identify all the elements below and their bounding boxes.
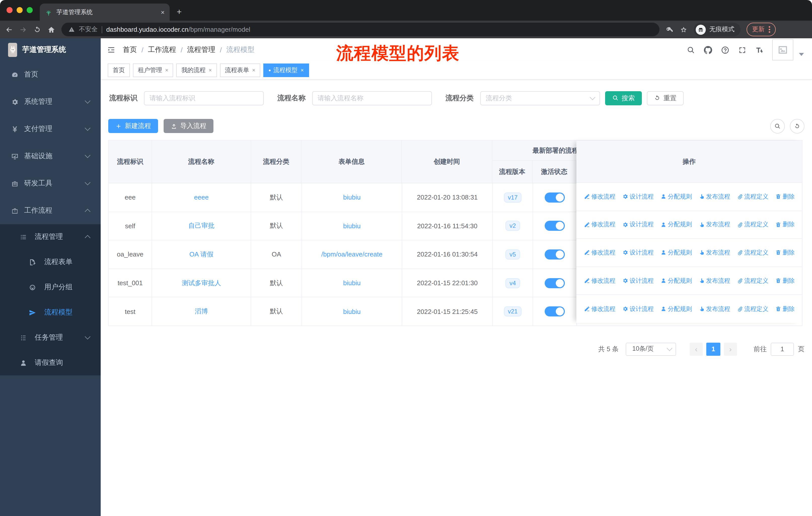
active-toggle[interactable]: [545, 221, 565, 231]
sidebar-item-process-management[interactable]: 流程管理: [0, 224, 101, 249]
sidebar-fold-icon[interactable]: [107, 45, 116, 54]
tag-home[interactable]: 首页: [108, 63, 130, 77]
update-button[interactable]: 更新: [747, 23, 776, 36]
breadcrumb-home[interactable]: 首页: [123, 45, 137, 54]
model-name-link[interactable]: 自己审批: [188, 221, 214, 230]
form-info-link[interactable]: /bpm/oa/leave/create: [321, 251, 383, 258]
edit-model-link[interactable]: 修改流程: [584, 248, 615, 257]
address-bar[interactable]: 不安全 dashboard.yudao.iocoder.cn/bpm/manag…: [61, 23, 660, 36]
process-category-select[interactable]: 流程分类: [480, 91, 600, 105]
assign-rule-link[interactable]: 分配规则: [660, 305, 692, 313]
process-definition-link[interactable]: 流程定义: [737, 305, 768, 313]
new-tab-button[interactable]: +: [177, 7, 182, 17]
edit-model-link[interactable]: 修改流程: [584, 305, 615, 313]
edit-model-link[interactable]: 修改流程: [584, 220, 615, 229]
assign-rule-link[interactable]: 分配规则: [660, 276, 692, 285]
sidebar-item-process-model[interactable]: 流程模型: [0, 300, 101, 325]
fullscreen-icon[interactable]: [738, 45, 747, 55]
close-icon[interactable]: ×: [300, 67, 304, 73]
process-name-input[interactable]: [312, 91, 432, 105]
delete-link[interactable]: 删除: [775, 248, 794, 257]
forward-icon[interactable]: [19, 25, 27, 33]
back-icon[interactable]: [5, 25, 13, 33]
process-definition-link[interactable]: 流程定义: [737, 248, 768, 257]
reload-icon[interactable]: [33, 25, 41, 33]
publish-model-link[interactable]: 发布流程: [698, 192, 730, 201]
tag-my-process[interactable]: 我的流程×: [176, 63, 217, 77]
sidebar-item-devtools[interactable]: 研发工具: [0, 170, 101, 197]
close-window-button[interactable]: [6, 7, 12, 13]
show-search-button[interactable]: [770, 119, 785, 133]
menu-dots-icon[interactable]: [769, 26, 770, 33]
assign-rule-link[interactable]: 分配规则: [660, 220, 692, 229]
current-page-button[interactable]: 1: [706, 343, 720, 356]
edit-model-link[interactable]: 修改流程: [584, 276, 615, 285]
avatar[interactable]: [772, 39, 793, 60]
tag-process-form[interactable]: 流程表单×: [220, 63, 261, 77]
search-button[interactable]: 搜索: [605, 91, 642, 105]
model-name-link[interactable]: 滔博: [195, 307, 208, 316]
delete-link[interactable]: 删除: [775, 192, 794, 201]
active-toggle[interactable]: [545, 192, 565, 202]
zoom-window-button[interactable]: [27, 7, 33, 13]
next-page-button[interactable]: ›: [724, 343, 737, 356]
sidebar-item-leave-query[interactable]: 请假查询: [0, 350, 101, 375]
active-toggle[interactable]: [545, 249, 565, 260]
form-info-link[interactable]: biubiu: [343, 194, 360, 201]
design-model-link[interactable]: 设计流程: [622, 305, 654, 313]
import-process-button[interactable]: 导入流程: [164, 119, 213, 133]
minimize-window-button[interactable]: [17, 7, 23, 13]
sidebar-item-infrastructure[interactable]: 基础设施: [0, 143, 101, 170]
prev-page-button[interactable]: ‹: [690, 343, 703, 356]
search-icon[interactable]: [687, 45, 695, 55]
create-process-button[interactable]: 新建流程: [108, 119, 158, 133]
design-model-link[interactable]: 设计流程: [622, 192, 654, 201]
browser-tab[interactable]: 芋道管理系统 ×: [40, 3, 170, 21]
caret-down-icon[interactable]: [799, 53, 804, 56]
goto-page-input[interactable]: [771, 343, 794, 356]
sidebar-item-workflow[interactable]: 工作流程: [0, 197, 101, 224]
close-icon[interactable]: ×: [252, 67, 256, 73]
help-icon[interactable]: [721, 45, 729, 55]
design-model-link[interactable]: 设计流程: [622, 220, 654, 229]
key-icon[interactable]: [666, 25, 673, 33]
font-size-icon[interactable]: [755, 45, 764, 55]
process-definition-link[interactable]: 流程定义: [737, 192, 768, 201]
edit-model-link[interactable]: 修改流程: [584, 192, 615, 201]
process-id-input[interactable]: [144, 91, 264, 105]
breadcrumb-process-management[interactable]: 流程管理: [187, 45, 215, 54]
assign-rule-link[interactable]: 分配规则: [660, 248, 692, 257]
breadcrumb-workflow[interactable]: 工作流程: [148, 45, 176, 54]
sidebar-item-task-management[interactable]: 任务管理: [0, 325, 101, 350]
window-controls[interactable]: [6, 7, 33, 13]
model-name-link[interactable]: OA 请假: [189, 250, 213, 259]
publish-model-link[interactable]: 发布流程: [698, 305, 730, 313]
active-toggle[interactable]: [545, 306, 565, 317]
delete-link[interactable]: 删除: [775, 220, 794, 229]
active-toggle[interactable]: [545, 278, 565, 288]
delete-link[interactable]: 删除: [775, 276, 794, 285]
home-icon[interactable]: [47, 25, 55, 33]
sidebar-item-user-group[interactable]: 用户分组: [0, 275, 101, 300]
github-icon[interactable]: [704, 45, 712, 55]
close-icon[interactable]: ×: [209, 67, 212, 73]
tab-close-icon[interactable]: ×: [161, 8, 165, 16]
sidebar-item-system[interactable]: 系统管理: [0, 88, 101, 115]
model-name-link[interactable]: 测试多审批人: [182, 278, 221, 288]
close-icon[interactable]: ×: [165, 67, 168, 73]
refresh-table-button[interactable]: [790, 119, 805, 133]
form-info-link[interactable]: biubiu: [343, 222, 360, 230]
form-info-link[interactable]: biubiu: [343, 308, 360, 315]
tag-process-model[interactable]: ●流程模型×: [264, 63, 309, 77]
publish-model-link[interactable]: 发布流程: [698, 276, 730, 285]
sidebar-item-process-form[interactable]: 流程表单: [0, 249, 101, 275]
tag-tenant[interactable]: 租户管理×: [133, 63, 173, 77]
model-name-link[interactable]: eeee: [194, 194, 209, 201]
bookmark-star-icon[interactable]: [679, 25, 688, 33]
form-info-link[interactable]: biubiu: [343, 279, 360, 287]
publish-model-link[interactable]: 发布流程: [698, 248, 730, 257]
sidebar-item-payment[interactable]: 支付管理: [0, 115, 101, 143]
assign-rule-link[interactable]: 分配规则: [660, 192, 692, 201]
sidebar-item-home[interactable]: 首页: [0, 61, 101, 88]
design-model-link[interactable]: 设计流程: [622, 276, 654, 285]
